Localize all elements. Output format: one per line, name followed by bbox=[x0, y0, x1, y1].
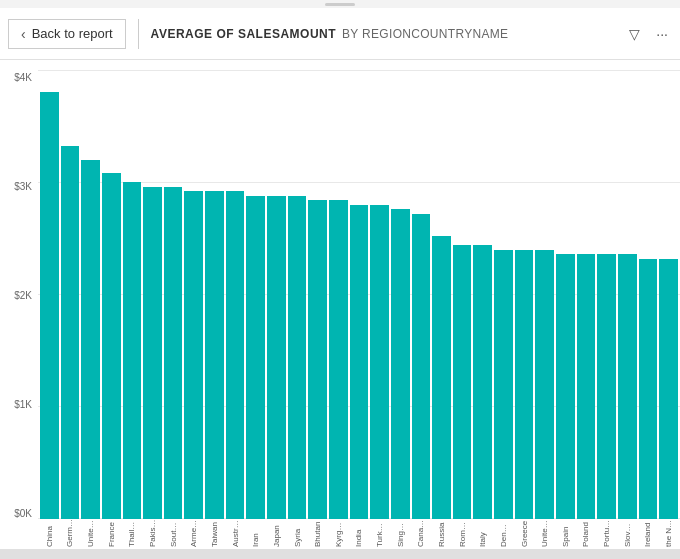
chart-title-sub: BY REGIONCOUNTRYNAME bbox=[342, 27, 508, 41]
bar bbox=[535, 250, 554, 519]
bar-wrapper[interactable] bbox=[350, 70, 369, 519]
bar-wrapper[interactable] bbox=[246, 70, 265, 519]
x-label-wrapper: Kyrgyzstan bbox=[329, 519, 348, 549]
x-axis-label: Russia bbox=[437, 519, 446, 547]
x-label-wrapper: Japan bbox=[267, 519, 286, 549]
more-options-icon[interactable]: ··· bbox=[652, 24, 672, 44]
bar-wrapper[interactable] bbox=[205, 70, 224, 519]
x-label-wrapper: Turkmenistan bbox=[370, 519, 389, 549]
x-axis-label: Syria bbox=[293, 519, 302, 547]
bar bbox=[288, 196, 307, 519]
bar-wrapper[interactable] bbox=[81, 70, 100, 519]
bar bbox=[556, 254, 575, 519]
bar-wrapper[interactable] bbox=[288, 70, 307, 519]
x-label-wrapper: France bbox=[102, 519, 121, 549]
x-axis-label: Turkmenistan bbox=[375, 519, 384, 547]
bar bbox=[391, 209, 410, 519]
bar-wrapper[interactable] bbox=[556, 70, 575, 519]
header-icons: ▽ ··· bbox=[625, 24, 672, 44]
x-axis-label: South Korea bbox=[169, 519, 178, 547]
x-label-wrapper: South Korea bbox=[164, 519, 183, 549]
drag-handle bbox=[325, 3, 355, 6]
x-axis-label: Australia bbox=[231, 519, 240, 547]
x-axis-label: the Netherlands bbox=[664, 519, 673, 547]
x-axis-label: Romania bbox=[458, 519, 467, 547]
bar-wrapper[interactable] bbox=[577, 70, 596, 519]
bar bbox=[308, 200, 327, 519]
x-label-wrapper: Thailand bbox=[123, 519, 142, 549]
bar-wrapper[interactable] bbox=[184, 70, 203, 519]
bar bbox=[618, 254, 637, 519]
bar-wrapper[interactable] bbox=[535, 70, 554, 519]
x-axis-label: Denmark bbox=[499, 519, 508, 547]
x-label-wrapper: Spain bbox=[556, 519, 575, 549]
bar-wrapper[interactable] bbox=[267, 70, 286, 519]
bars-and-grid: ChinaGermanyUnited StatesFranceThailandP… bbox=[38, 70, 680, 549]
bar-wrapper[interactable] bbox=[40, 70, 59, 519]
bar-wrapper[interactable] bbox=[329, 70, 348, 519]
bar bbox=[81, 160, 100, 519]
bar-wrapper[interactable] bbox=[308, 70, 327, 519]
bar bbox=[473, 245, 492, 519]
bar bbox=[246, 196, 265, 519]
bar bbox=[412, 214, 431, 519]
bar-wrapper[interactable] bbox=[226, 70, 245, 519]
bar-wrapper[interactable] bbox=[453, 70, 472, 519]
x-axis-label: Portugal bbox=[602, 519, 611, 547]
x-label-wrapper: Syria bbox=[288, 519, 307, 549]
x-labels: ChinaGermanyUnited StatesFranceThailandP… bbox=[38, 519, 680, 549]
filter-icon[interactable]: ▽ bbox=[625, 24, 644, 44]
x-label-wrapper: Poland bbox=[577, 519, 596, 549]
x-label-wrapper: Pakistan bbox=[143, 519, 162, 549]
bar-wrapper[interactable] bbox=[618, 70, 637, 519]
bar-wrapper[interactable] bbox=[432, 70, 451, 519]
x-axis-label: Ireland bbox=[643, 519, 652, 547]
x-axis-label: Iran bbox=[251, 519, 260, 547]
bar-wrapper[interactable] bbox=[370, 70, 389, 519]
bar bbox=[453, 245, 472, 519]
x-axis-label: Italy bbox=[478, 519, 487, 547]
x-axis-label: China bbox=[45, 519, 54, 547]
x-label-wrapper: Armenia bbox=[184, 519, 203, 549]
bar-wrapper[interactable] bbox=[102, 70, 121, 519]
bar-wrapper[interactable] bbox=[164, 70, 183, 519]
bar bbox=[61, 146, 80, 519]
x-axis-label: Spain bbox=[561, 519, 570, 547]
x-label-wrapper: the Netherlands bbox=[659, 519, 678, 549]
bar bbox=[577, 254, 596, 519]
bar-wrapper[interactable] bbox=[143, 70, 162, 519]
x-label-wrapper: Iran bbox=[246, 519, 265, 549]
bar bbox=[102, 173, 121, 519]
x-label-wrapper: China bbox=[40, 519, 59, 549]
bar-wrapper[interactable] bbox=[123, 70, 142, 519]
x-label-wrapper: India bbox=[350, 519, 369, 549]
back-to-report-button[interactable]: ‹ Back to report bbox=[8, 19, 126, 49]
bar-wrapper[interactable] bbox=[494, 70, 513, 519]
chart-title: AVERAGE OF SALESAMOUNT BY REGIONCOUNTRYN… bbox=[151, 27, 509, 41]
bar bbox=[350, 205, 369, 519]
x-label-wrapper: Australia bbox=[226, 519, 245, 549]
x-label-wrapper: United States bbox=[81, 519, 100, 549]
x-label-wrapper: Canada bbox=[412, 519, 431, 549]
bar-wrapper[interactable] bbox=[515, 70, 534, 519]
bar-wrapper[interactable] bbox=[639, 70, 658, 519]
bar-wrapper[interactable] bbox=[659, 70, 678, 519]
x-axis-label: Singapore bbox=[396, 519, 405, 547]
bar-wrapper[interactable] bbox=[412, 70, 431, 519]
bar bbox=[597, 254, 616, 519]
bar-wrapper[interactable] bbox=[391, 70, 410, 519]
bar bbox=[639, 259, 658, 519]
bar-wrapper[interactable] bbox=[597, 70, 616, 519]
x-label-wrapper: Romania bbox=[453, 519, 472, 549]
x-label-wrapper: Slovenia bbox=[618, 519, 637, 549]
bar bbox=[226, 191, 245, 519]
x-axis-label: Armenia bbox=[189, 519, 198, 547]
bar bbox=[329, 200, 348, 519]
bar-wrapper[interactable] bbox=[61, 70, 80, 519]
y-axis-label: $3K bbox=[14, 181, 32, 192]
bar bbox=[515, 250, 534, 519]
bottom-scrollbar[interactable] bbox=[0, 549, 680, 559]
x-axis-label: Bhutan bbox=[313, 519, 322, 547]
x-axis-label: Taiwan bbox=[210, 519, 219, 547]
bar-wrapper[interactable] bbox=[473, 70, 492, 519]
